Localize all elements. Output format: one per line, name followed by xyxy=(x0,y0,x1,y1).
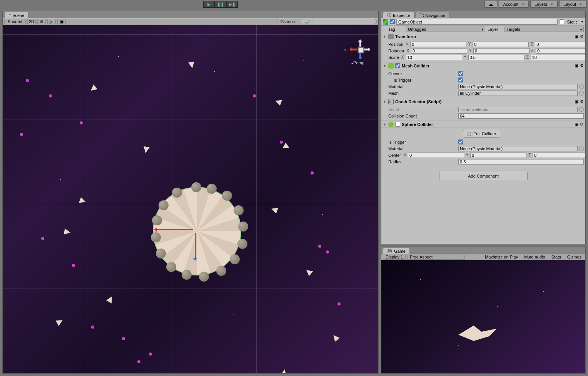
add-component-button[interactable]: Add Component xyxy=(439,172,528,180)
tab-inspector[interactable]: ⓘInspector xyxy=(383,12,414,18)
cloud-button[interactable]: ☁ xyxy=(484,1,497,8)
shading-dropdown[interactable]: Shaded xyxy=(4,19,26,24)
scene-search[interactable]: 🔍All xyxy=(300,19,377,24)
static-dropdown-arrow[interactable]: ▼ xyxy=(581,20,584,24)
speaker-icon: 🔊 xyxy=(49,19,54,24)
static-label: Static xyxy=(566,20,580,24)
cloud-icon: ☁ xyxy=(489,2,493,7)
topbar: ▶ ❚❚ ▶❚ ☁ Account▼ Layers▼ Layout▼ xyxy=(0,0,588,8)
radius-field[interactable] xyxy=(458,159,584,164)
fold-icon[interactable]: ▼ xyxy=(383,123,387,126)
z-axis-arrow[interactable] xyxy=(195,233,196,260)
tab-game[interactable]: 🎮Game xyxy=(383,248,410,254)
static-checkbox[interactable] xyxy=(559,19,564,24)
edit-collider-icon: ⬚ xyxy=(467,131,471,136)
scl-y[interactable] xyxy=(468,55,525,60)
x-axis-arrow[interactable] xyxy=(155,229,193,230)
istrigger-checkbox[interactable] xyxy=(458,77,463,82)
object-picker-icon xyxy=(579,107,584,112)
play-controls: ▶ ❚❚ ▶❚ xyxy=(203,1,238,8)
gear-icon[interactable]: ⚙ xyxy=(580,63,584,68)
game-icon: 🎮 xyxy=(387,248,393,253)
pos-y[interactable] xyxy=(473,42,529,47)
rot-x[interactable] xyxy=(411,48,467,54)
meshcollider-enable[interactable] xyxy=(395,63,400,68)
fx-toggle[interactable]: ▣ xyxy=(57,19,66,24)
layer-label: Layer xyxy=(488,27,502,32)
collisioncount-field[interactable] xyxy=(458,113,584,119)
spherecollider-enable[interactable] xyxy=(395,122,400,127)
player-ship xyxy=(458,326,497,341)
aspect-dropdown[interactable]: Free Aspect xyxy=(407,255,465,260)
script-icon: ○ xyxy=(388,99,394,104)
layer-dropdown[interactable]: Targets♦ xyxy=(504,27,584,32)
game-panel: 🎮Game Display 1 Free Aspect Maximize on … xyxy=(381,247,586,374)
tag-dropdown[interactable]: Untagged♦ xyxy=(406,27,485,32)
image-icon: ▣ xyxy=(60,19,63,24)
mesh-field[interactable]: ▦Cylinder xyxy=(458,91,578,96)
object-picker-icon[interactable] xyxy=(579,91,584,96)
rot-y[interactable] xyxy=(473,48,530,54)
scl-x[interactable] xyxy=(406,55,462,60)
help-icon[interactable]: ▣ xyxy=(575,99,578,104)
game-gizmos-toggle[interactable]: Gizmos xyxy=(565,255,584,260)
stats-toggle[interactable]: Stats xyxy=(549,255,563,260)
center-y[interactable] xyxy=(470,153,526,158)
edit-collider-button[interactable]: ⬚Edit Collider xyxy=(463,130,500,138)
help-icon[interactable]: ▣ xyxy=(575,34,578,39)
meshcollider-icon xyxy=(388,63,394,69)
pause-button[interactable]: ❚❚ xyxy=(215,1,226,8)
gear-icon[interactable]: ⚙ xyxy=(580,34,584,39)
scene-viewport[interactable]: z ◂Persp xyxy=(3,25,378,373)
step-button[interactable]: ▶❚ xyxy=(226,1,238,8)
center-z[interactable] xyxy=(533,153,585,158)
info-icon: ⓘ xyxy=(387,12,391,18)
game-viewport[interactable] xyxy=(381,260,585,373)
rot-z[interactable] xyxy=(536,48,585,54)
account-dropdown[interactable]: Account▼ xyxy=(499,1,529,8)
fold-icon[interactable]: ▼ xyxy=(383,100,387,104)
object-picker-icon[interactable] xyxy=(579,84,584,89)
layout-dropdown[interactable]: Layout▼ xyxy=(559,1,586,8)
material-field[interactable]: None (Physic Material) xyxy=(458,84,578,89)
center-x[interactable] xyxy=(408,153,464,158)
mesh-icon: ▦ xyxy=(460,91,464,96)
active-checkbox[interactable] xyxy=(390,19,395,24)
display-dropdown[interactable]: Display 1 xyxy=(383,255,406,260)
object-name-field[interactable] xyxy=(396,19,558,25)
pos-x[interactable] xyxy=(410,42,466,47)
gameobject-icon[interactable] xyxy=(383,19,388,25)
help-icon[interactable]: ▣ xyxy=(575,122,578,127)
transform-component: ▼ Transform ▣ ⚙ Position XYZ Rotation XY… xyxy=(381,33,585,62)
fold-icon[interactable]: ▼ xyxy=(383,35,387,39)
tab-navigation[interactable]: ⛶Navigation xyxy=(415,12,449,18)
convex-checkbox[interactable] xyxy=(458,71,463,76)
layers-dropdown[interactable]: Layers▼ xyxy=(530,1,558,8)
pos-z[interactable] xyxy=(535,42,585,47)
sc-material-field[interactable]: None (Physic Material) xyxy=(458,146,578,151)
fold-icon[interactable]: ▼ xyxy=(383,64,387,68)
lighting-toggle[interactable]: ☀ xyxy=(37,19,46,24)
tab-scene[interactable]: #Scene xyxy=(4,12,28,18)
script-field: ▫CrashDetector xyxy=(458,107,578,112)
mute-toggle[interactable]: Mute audio xyxy=(522,255,547,260)
inspector-panel: ⓘInspector ⛶Navigation Static ▼ Tag Unta… xyxy=(381,11,586,244)
scl-z[interactable] xyxy=(531,55,585,60)
help-icon[interactable]: ▣ xyxy=(575,63,578,68)
sc-istrigger-checkbox[interactable] xyxy=(458,139,463,144)
scene-panel: #Scene Shaded 2D ☀ 🔊 ▣ Gizmos 🔍All z ◂Pe… xyxy=(2,11,379,374)
2d-toggle[interactable]: 2D xyxy=(27,19,36,24)
audio-toggle[interactable]: 🔊 xyxy=(47,19,56,24)
spherecollider-icon xyxy=(388,122,394,127)
orientation-gizmo[interactable]: z ◂Persp xyxy=(347,37,371,60)
gear-icon[interactable]: ⚙ xyxy=(580,122,584,127)
scene-icon: # xyxy=(8,13,11,18)
meshcollider-component: ▼ Mesh Collider ▣ ⚙ Convex Is Trigger Ma… xyxy=(381,62,585,98)
maximize-toggle[interactable]: Maximize on Play xyxy=(483,255,520,260)
gizmos-dropdown[interactable]: Gizmos xyxy=(277,19,298,24)
play-button[interactable]: ▶ xyxy=(203,1,215,8)
transform-icon xyxy=(388,34,394,39)
object-picker-icon[interactable] xyxy=(579,146,584,151)
sun-icon: ☀ xyxy=(40,19,43,24)
gear-icon[interactable]: ⚙ xyxy=(580,99,584,104)
